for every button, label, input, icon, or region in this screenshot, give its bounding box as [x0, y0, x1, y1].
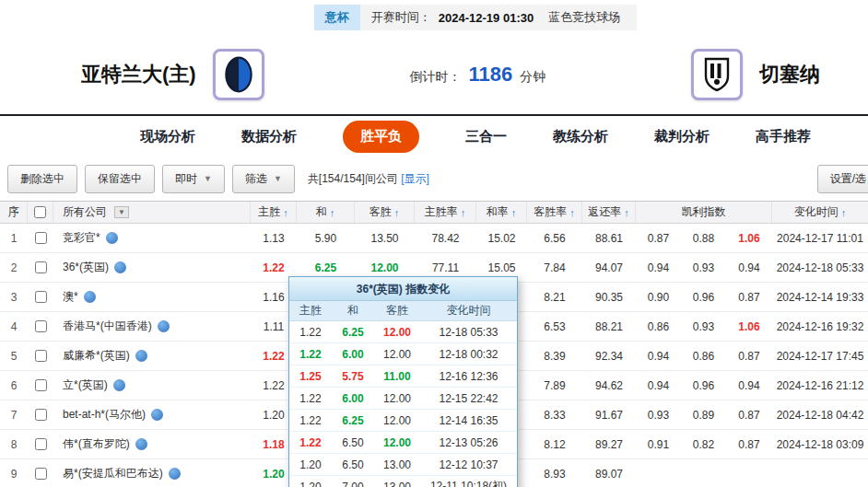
header-time-label: 变化时间	[794, 204, 839, 220]
popup-home-odds: 1.20	[289, 458, 332, 471]
company-detail-icon[interactable]	[114, 261, 126, 273]
filter-dropdown[interactable]: 筛选 ▼	[232, 165, 295, 193]
company-cell[interactable]: 威廉希*(英国)	[53, 348, 251, 364]
company-cell[interactable]: 竞彩官*	[53, 230, 251, 246]
row-number: 1	[0, 232, 28, 245]
company-detail-icon[interactable]	[84, 291, 96, 303]
tab-referee-analysis[interactable]: 裁判分析	[654, 128, 710, 145]
row-checkbox-cell	[28, 409, 53, 421]
company-detail-icon[interactable]	[135, 438, 147, 450]
time-mode-dropdown[interactable]: 即时 ▼	[162, 165, 225, 193]
row-number: 5	[0, 350, 28, 363]
row-number: 8	[0, 438, 28, 451]
home-odds: 1.13	[251, 232, 297, 245]
tab-expert-picks[interactable]: 高手推荐	[756, 128, 811, 145]
change-time: 2024-12-18 03:09	[772, 438, 868, 451]
header-return_rate[interactable]: 返还率↑	[582, 202, 636, 223]
away-team-logo	[691, 49, 743, 100]
keep-selected-button[interactable]: 保留选中	[85, 165, 155, 193]
top-info-bar: 意杯 开赛时间： 2024-12-19 01:30 蓝色竞技球场	[0, 0, 868, 35]
away-rate: 7.89	[527, 379, 582, 392]
popup-change-time: 12-11 10:18(初)	[420, 479, 517, 487]
header-home_rate[interactable]: 主胜率↑	[415, 202, 476, 223]
popup-away-odds: 11.00	[374, 370, 420, 383]
row-checkbox[interactable]	[35, 232, 47, 244]
row-checkbox[interactable]	[35, 320, 47, 332]
company-cell[interactable]: 易*(安提瓜和巴布达)	[53, 466, 251, 481]
header-draw[interactable]: 和↑	[297, 202, 355, 223]
kelly-index-1: 0.94	[636, 379, 681, 392]
away-rate: 7.84	[527, 261, 582, 274]
row-checkbox-cell	[28, 468, 53, 480]
settings-button[interactable]: 设置/选	[817, 165, 868, 193]
away-team-block: 切塞纳	[691, 49, 820, 100]
row-checkbox[interactable]	[35, 438, 47, 450]
popup-header-time: 变化时间	[420, 303, 517, 319]
header-home[interactable]: 主胜↑	[251, 202, 297, 223]
tab-win-draw-loss[interactable]: 胜平负	[343, 121, 419, 153]
change-time: 2024-12-17 11:01	[772, 232, 868, 245]
popup-away-odds: 12.00	[374, 414, 420, 427]
company-detail-icon[interactable]	[151, 409, 163, 421]
popup-row: 1.255.7511.0012-16 12:36	[289, 365, 517, 388]
away-odds: 13.50	[355, 232, 415, 245]
header-draw_rate[interactable]: 和率↑	[476, 202, 527, 223]
league-badge[interactable]: 意杯	[314, 5, 360, 30]
company-detail-icon[interactable]	[158, 320, 170, 332]
kelly-index-1: 0.87	[636, 232, 681, 245]
tab-bar: 现场分析数据分析胜平负三合一教练分析裁判分析高手推荐	[0, 114, 868, 157]
row-number: 2	[0, 261, 28, 274]
row-checkbox[interactable]	[35, 468, 47, 480]
popup-title: 36*(英国) 指数变化	[289, 277, 517, 301]
company-detail-icon[interactable]	[113, 379, 125, 391]
header-time[interactable]: 变化时间↑	[772, 202, 868, 223]
company-detail-icon[interactable]	[169, 468, 181, 480]
show-link[interactable]: [显示]	[401, 172, 429, 185]
row-checkbox[interactable]	[35, 261, 47, 273]
away-team-name: 切塞纳	[759, 61, 820, 88]
company-cell[interactable]: 香港马*(中国香港)	[53, 319, 251, 334]
tab-data-analysis[interactable]: 数据分析	[241, 128, 297, 145]
row-checkbox[interactable]	[35, 379, 47, 391]
company-detail-icon[interactable]	[135, 350, 147, 362]
tab-live-analysis[interactable]: 现场分析	[140, 128, 195, 145]
company-cell[interactable]: 立*(英国)	[53, 377, 251, 393]
row-checkbox[interactable]	[35, 409, 47, 421]
kelly-index-2: 0.88	[681, 232, 726, 245]
change-time: 2024-12-16 19:32	[772, 320, 868, 333]
delete-selected-button[interactable]: 删除选中	[7, 165, 77, 193]
header-away[interactable]: 客胜↑	[355, 202, 415, 223]
company-cell[interactable]: 澳*	[53, 289, 251, 305]
row-checkbox[interactable]	[35, 291, 47, 303]
kelly-index-1: 0.91	[636, 438, 681, 451]
tab-coach-analysis[interactable]: 教练分析	[553, 128, 608, 145]
company-detail-icon[interactable]	[106, 232, 118, 244]
popup-row: 1.207.0013.0012-11 10:18(初)	[289, 476, 517, 487]
change-time: 2024-12-18 04:42	[772, 409, 868, 422]
company-cell[interactable]: bet-at-h*(马尔他)	[53, 407, 251, 423]
change-time: 2024-12-16 21:12	[772, 379, 868, 392]
popup-home-odds: 1.22	[289, 326, 332, 339]
return-rate: 94.62	[582, 379, 636, 392]
countdown: 倒计时： 1186 分钟	[264, 63, 691, 87]
popup-change-time: 12-14 16:35	[420, 414, 517, 427]
company-cell[interactable]: 36*(英国)	[53, 260, 251, 275]
kickoff-label: 开赛时间：	[371, 9, 431, 26]
draw-rate: 15.05	[476, 261, 527, 274]
sort-asc-icon: ↑	[569, 207, 575, 218]
company-name: 立*(英国)	[63, 377, 108, 393]
company-cell[interactable]: 伟*(直布罗陀)	[53, 436, 251, 452]
row-checkbox[interactable]	[35, 350, 47, 362]
popup-header-away: 客胜	[374, 303, 420, 319]
popup-draw-odds: 7.00	[332, 481, 374, 487]
header-away_rate[interactable]: 客胜率↑	[527, 202, 582, 223]
return-rate: 92.34	[582, 350, 636, 363]
tab-three-in-one[interactable]: 三合一	[465, 128, 507, 145]
header-company-label: 所有公司	[63, 204, 107, 220]
kelly-index-3: 0.94	[726, 379, 772, 392]
sort-asc-icon: ↑	[461, 207, 466, 218]
select-all-checkbox[interactable]	[34, 206, 46, 218]
company-name: bet-at-h*(马尔他)	[63, 407, 146, 423]
company-filter-icon[interactable]: ▼	[114, 206, 129, 218]
popup-draw-odds: 6.25	[332, 326, 374, 339]
